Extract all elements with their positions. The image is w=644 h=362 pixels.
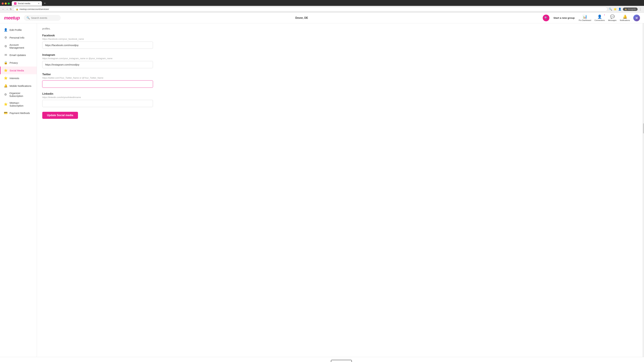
connections-icon: 👤 <box>598 14 602 19</box>
header-nav: 📊 Pro Dashboard 👤 Connections 💬 Messages… <box>579 14 640 21</box>
sidebar-item-mobile-notifications[interactable]: 🔔 Mobile Notifications <box>0 82 37 90</box>
sidebar-label-meetup-subscription: Meetup+ Subscription <box>10 101 33 107</box>
tab-close-btn[interactable]: ✕ <box>38 2 40 5</box>
nav-notifications[interactable]: 🔔 Notifications <box>620 14 630 21</box>
pro-dashboard-icon: 📊 <box>582 14 587 19</box>
address-url: meetup.com/account/services/ <box>20 8 49 10</box>
incognito-badge: 🕵 Incognito <box>623 7 638 11</box>
facebook-input[interactable] <box>42 41 153 49</box>
footer-cta: Create your own Meetup group. Get Starte… <box>0 357 644 362</box>
tab-label: Social media <box>18 2 30 5</box>
sidebar-label-privacy: Privacy <box>10 61 18 64</box>
sidebar-item-meetup-subscription[interactable]: ⭐ Meetup+ Subscription <box>0 99 37 109</box>
organizer-subscription-icon: ⚙ <box>4 93 8 96</box>
sidebar-label-interests: Interests <box>10 77 19 80</box>
linkedin-input[interactable] <box>42 100 153 107</box>
privacy-icon: 🔒 <box>4 61 8 64</box>
search-submit-btn[interactable]: 🔍 <box>543 14 550 21</box>
nav-refresh-btn[interactable]: ↻ <box>10 8 12 11</box>
update-social-media-btn[interactable]: Update Social media <box>42 112 78 119</box>
intro-text: profiles. <box>42 27 637 30</box>
main-content: profiles. Facebook https://facebook.com/… <box>37 23 643 357</box>
sidebar-label-payment-methods: Payment Methods <box>10 112 30 114</box>
scroll-thumb[interactable] <box>643 123 644 133</box>
edit-profile-icon: 👤 <box>4 28 8 32</box>
nav-connections[interactable]: 👤 Connections <box>594 14 605 21</box>
facebook-label: Facebook <box>42 34 637 37</box>
instagram-section: Instagram https://instagram.com/your_ins… <box>42 53 637 68</box>
sidebar: 👤 Edit Profile ⚙ Personal Info ⚙ Account… <box>0 23 37 357</box>
instagram-hint: https://instagram.com/your_instagram_nam… <box>42 57 637 60</box>
nav-back-btn[interactable]: ← <box>2 8 4 10</box>
meetup-subscription-icon: ⭐ <box>4 102 8 106</box>
twitter-label: Twitter <box>42 73 637 76</box>
instagram-label: Instagram <box>42 53 637 56</box>
nav-pro-dashboard[interactable]: 📊 Pro Dashboard <box>579 14 591 21</box>
instagram-input[interactable] <box>42 61 153 68</box>
nav-messages[interactable]: 💬 Messages <box>608 14 616 21</box>
linkedin-label: Linkedin <box>42 92 637 95</box>
social-media-icon: ⭐ <box>4 68 8 72</box>
facebook-hint: https://facebook.com/your_facebook_name <box>42 38 637 40</box>
nav-forward-btn[interactable]: → <box>6 8 8 10</box>
account-management-icon: ⚙ <box>4 44 8 48</box>
interests-icon: ⭐ <box>4 76 8 80</box>
sidebar-item-personal-info[interactable]: ⚙ Personal Info <box>0 34 37 41</box>
sidebar-item-edit-profile[interactable]: 👤 Edit Profile <box>0 26 37 34</box>
sidebar-label-edit-profile: Edit Profile <box>10 28 22 31</box>
search-input[interactable] <box>31 16 58 19</box>
extensions-icon[interactable]: ⭐ <box>614 7 617 11</box>
browser-min-btn[interactable] <box>5 2 7 4</box>
scrollbar[interactable] <box>643 23 644 357</box>
meetup-logo[interactable]: meetup <box>4 15 20 21</box>
profile-icon[interactable]: 👤 <box>618 7 622 11</box>
address-bar[interactable]: 🔒 meetup.com/account/services/ <box>13 7 608 11</box>
twitter-hint: https://twitter.com/Your_Twitter_Name or… <box>42 77 637 79</box>
sidebar-label-social-media: Social Media <box>10 69 24 72</box>
sidebar-label-email-updates: Email Updates <box>10 54 26 56</box>
sidebar-label-personal-info: Personal Info <box>10 36 24 39</box>
sidebar-item-organizer-subscription[interactable]: ⚙ Organizer Subscription <box>0 90 37 99</box>
browser-menu-btn[interactable]: ⋮ <box>639 7 642 11</box>
personal-info-icon: ⚙ <box>4 36 8 39</box>
browser-close-btn[interactable] <box>2 2 4 4</box>
browser-tab[interactable]: m Social media ✕ <box>12 1 42 6</box>
sidebar-label-organizer-subscription: Organizer Subscription <box>10 92 33 97</box>
messages-label: Messages <box>608 19 616 21</box>
search-bar[interactable]: 🔍 <box>24 15 61 21</box>
facebook-section: Facebook https://facebook.com/your_faceb… <box>42 34 637 49</box>
start-group-btn[interactable]: Start a new group <box>554 16 575 19</box>
pro-dashboard-label: Pro Dashboard <box>579 19 591 21</box>
search-icon: 🔍 <box>26 16 30 19</box>
sidebar-label-mobile-notifications: Mobile Notifications <box>10 84 31 87</box>
bookmark-icon[interactable]: 🔍 <box>609 7 612 11</box>
sidebar-item-email-updates[interactable]: ✉ Email Updates <box>0 51 37 59</box>
sidebar-label-account-management: Account Management <box>10 43 33 49</box>
sidebar-item-account-management[interactable]: ⚙ Account Management <box>0 41 37 51</box>
location-label: Dover, DE <box>65 16 539 19</box>
sidebar-item-privacy[interactable]: 🔒 Privacy <box>0 59 37 66</box>
sidebar-item-social-media[interactable]: ⭐ Social Media <box>0 66 37 74</box>
twitter-input[interactable] <box>42 80 153 88</box>
linkedin-hint: https://linkedin.com/in/yourlinkedinname <box>42 96 637 98</box>
connections-label: Connections <box>594 19 605 21</box>
messages-icon: 💬 <box>610 14 615 19</box>
browser-max-btn[interactable] <box>8 2 10 4</box>
sidebar-item-interests[interactable]: ⭐ Interests <box>0 74 37 82</box>
email-updates-icon: ✉ <box>4 53 8 57</box>
user-avatar[interactable]: M <box>633 14 640 21</box>
twitter-section: Twitter https://twitter.com/Your_Twitter… <box>42 73 637 88</box>
connections-dot <box>604 14 605 15</box>
new-tab-btn[interactable]: + <box>42 1 47 6</box>
notifications-label: Notifications <box>620 19 630 21</box>
linkedin-section: Linkedin https://linkedin.com/in/yourlin… <box>42 92 637 107</box>
mobile-notifications-icon: 🔔 <box>4 84 8 88</box>
notifications-icon: 🔔 <box>623 14 627 19</box>
get-started-btn[interactable]: Get Started <box>331 360 352 362</box>
payment-methods-icon: 💳 <box>4 111 8 115</box>
tab-favicon: m <box>14 2 16 5</box>
sidebar-item-payment-methods[interactable]: 💳 Payment Methods <box>0 109 37 117</box>
